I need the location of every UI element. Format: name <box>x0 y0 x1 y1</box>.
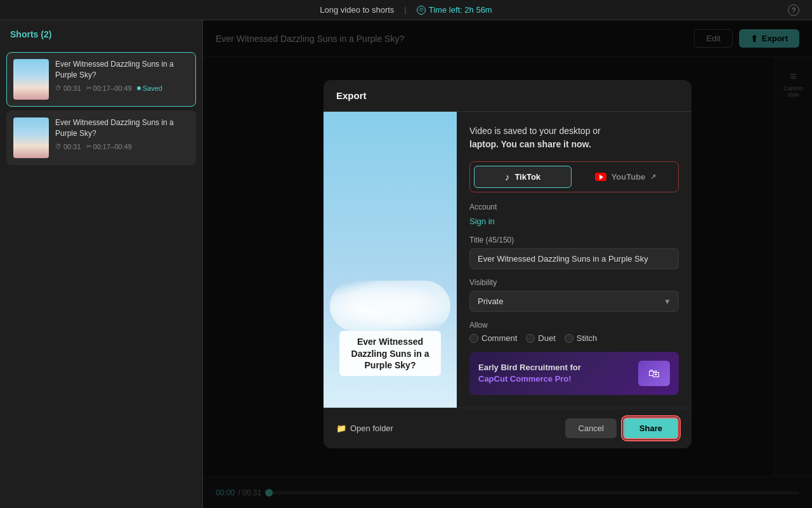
duet-checkbox[interactable] <box>526 334 535 343</box>
tiktok-tab[interactable]: ♪ TikTok <box>474 166 572 188</box>
modal-body: Ever Witnessed Dazzling Suns in a Purple… <box>324 112 691 408</box>
comment-label: Comment <box>481 333 517 343</box>
top-bar-right: ? <box>788 4 799 16</box>
short-item-1[interactable]: Ever Witnessed Dazzling Suns in a Purple… <box>6 52 196 107</box>
modal-right-panel: Video is saved to your desktop or laptop… <box>457 112 691 408</box>
modal-caption-overlay: Ever Witnessed Dazzling Suns in a Purple… <box>339 331 441 376</box>
app-title: Long video to shorts <box>320 5 394 15</box>
short-info-1: Ever Witnessed Dazzling Suns in a Purple… <box>55 59 189 92</box>
tiktok-icon: ♪ <box>505 171 510 182</box>
clock-icon: ⏱ <box>417 6 426 15</box>
duet-label: Duet <box>538 333 555 343</box>
modal-video-preview: Ever Witnessed Dazzling Suns in a Purple… <box>324 112 457 408</box>
tiktok-label: TikTok <box>514 172 540 182</box>
time-left: ⏱ Time left: 2h 56m <box>417 5 492 15</box>
modal-title: Export <box>336 90 367 101</box>
promo-banner[interactable]: Early Bird Recruitment for CapCut Commer… <box>469 352 679 395</box>
allow-duet: Duet <box>526 333 555 343</box>
youtube-label: YouTube <box>612 172 646 182</box>
short-thumb-1 <box>13 59 49 100</box>
saved-badge-1: Saved <box>137 84 162 92</box>
account-section: Account Sign in <box>469 203 679 227</box>
top-bar-divider: | <box>404 5 406 15</box>
main-layout: Shorts (2) Ever Witnessed Dazzling Suns … <box>0 20 812 508</box>
short-title-2: Ever Witnessed Dazzling Suns in a Purple… <box>55 117 189 139</box>
promo-highlight: CapCut Commerce Pro! <box>478 374 572 384</box>
export-modal: Export Ever Witnessed Dazzling Suns in a… <box>324 80 691 448</box>
main-content: Ever Witnessed Dazzling Suns in a Purple… <box>203 20 812 508</box>
visibility-select[interactable]: Private Public Friends <box>469 291 679 312</box>
sign-in-link[interactable]: Sign in <box>469 217 495 226</box>
folder-icon: 📁 <box>336 424 346 433</box>
stitch-label: Stitch <box>577 333 598 343</box>
sidebar-header: Shorts (2) <box>0 20 202 48</box>
allow-label: Allow <box>469 321 679 330</box>
promo-image: 🛍 <box>638 361 670 386</box>
visibility-select-wrapper: Private Public Friends ▼ <box>469 291 679 312</box>
comment-checkbox[interactable] <box>469 334 478 343</box>
short-info-2: Ever Witnessed Dazzling Suns in a Purple… <box>55 117 189 150</box>
time-left-label: Time left: 2h 56m <box>429 5 492 15</box>
stitch-checkbox[interactable] <box>565 334 573 343</box>
allow-comment: Comment <box>469 333 517 343</box>
youtube-tab[interactable]: YouTube ↗ <box>577 166 674 188</box>
short-item-2[interactable]: Ever Witnessed Dazzling Suns in a Purple… <box>6 110 196 165</box>
footer-right-buttons: Cancel Share <box>565 417 679 439</box>
top-bar: Long video to shorts | ⏱ Time left: 2h 5… <box>0 0 812 20</box>
allow-section: Allow Comment Duet <box>469 321 679 343</box>
short-meta-2: ⏱ 00:31 ✂ 00:17–00:49 <box>55 143 189 150</box>
short-clip-2: ✂ 00:17–00:49 <box>86 143 132 150</box>
short-clip-1: ✂ 00:17–00:49 <box>86 84 132 92</box>
open-folder-button[interactable]: 📁 Open folder <box>336 424 393 433</box>
top-bar-center: Long video to shorts | ⏱ Time left: 2h 5… <box>320 5 492 15</box>
short-title-1: Ever Witnessed Dazzling Suns in a Purple… <box>55 59 189 81</box>
title-input[interactable] <box>469 248 679 269</box>
external-link-icon: ↗ <box>650 173 656 181</box>
cancel-button[interactable]: Cancel <box>565 418 616 438</box>
short-duration-2: ⏱ 00:31 <box>55 143 81 150</box>
help-icon[interactable]: ? <box>788 4 799 16</box>
modal-footer: 📁 Open folder Cancel Share <box>324 408 691 448</box>
allow-stitch: Stitch <box>565 333 598 343</box>
allow-options: Comment Duet Stitch <box>469 333 679 343</box>
visibility-label: Visibility <box>469 278 679 287</box>
modal-header: Export <box>324 80 691 112</box>
account-label: Account <box>469 203 679 211</box>
title-label: Title (45/150) <box>469 236 679 244</box>
title-section: Title (45/150) <box>469 236 679 269</box>
short-meta-1: ⏱ 00:31 ✂ 00:17–00:49 Saved <box>55 84 189 92</box>
sidebar: Shorts (2) Ever Witnessed Dazzling Suns … <box>0 20 203 508</box>
promo-text: Early Bird Recruitment for CapCut Commer… <box>478 362 581 385</box>
modal-description: Video is saved to your desktop or laptop… <box>469 124 679 151</box>
cloud-layer <box>330 281 450 331</box>
short-thumb-2 <box>13 117 49 158</box>
modal-overlay: Export Ever Witnessed Dazzling Suns in a… <box>203 20 812 508</box>
platform-tabs: ♪ TikTok YouTube ↗ <box>469 161 679 192</box>
share-button[interactable]: Share <box>623 417 679 439</box>
youtube-icon <box>595 173 606 181</box>
short-duration-1: ⏱ 00:31 <box>55 84 81 92</box>
visibility-section: Visibility Private Public Friends ▼ <box>469 278 679 312</box>
